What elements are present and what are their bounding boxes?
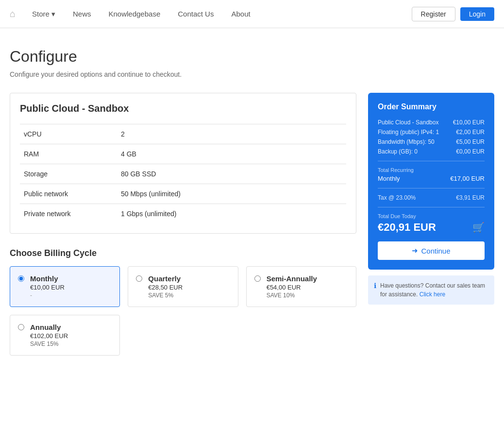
main-content: Configure Configure your desired options… <box>0 28 504 375</box>
right-column: Order Summary Public Cloud - Sandbox€10,… <box>368 93 494 305</box>
billing-cycle-name: Annually <box>30 323 68 331</box>
billing-dash: - <box>30 292 65 299</box>
home-icon[interactable]: ⌂ <box>10 8 16 19</box>
spec-value: 50 Mbps (unlimited) <box>117 184 346 204</box>
summary-divider-3 <box>378 207 485 207</box>
spec-label: Public network <box>20 184 117 204</box>
tax-label: Tax @ 23.00% <box>378 194 416 201</box>
billing-cycle-section: Choose Billing Cycle Monthly €10,00 EUR … <box>10 248 356 356</box>
billing-option-content: Monthly €10,00 EUR - <box>30 274 65 299</box>
summary-line-bandwidth: Bandwidth (Mbps): 50€5,00 EUR <box>378 138 485 145</box>
tax-value: €3,91 EUR <box>456 194 485 201</box>
billing-cycle-price: €54,00 EUR <box>267 284 317 291</box>
billing-cycle-name: Semi-Annually <box>267 274 317 283</box>
dropdown-chevron-icon: ▾ <box>51 10 55 18</box>
spec-label: RAM <box>20 144 117 164</box>
billing-option-content: Semi-Annually €54,00 EUR SAVE 10% <box>267 274 317 299</box>
order-summary: Order Summary Public Cloud - Sandbox€10,… <box>368 93 494 270</box>
summary-line-label: Public Cloud - Sandbox <box>378 119 438 126</box>
summary-line-backup: Backup (GB): 0€0,00 EUR <box>378 148 485 155</box>
nav-link-contact-us[interactable]: Contact Us <box>169 0 222 28</box>
summary-line-value: €0,00 EUR <box>456 148 485 155</box>
billing-section-title: Choose Billing Cycle <box>10 248 356 258</box>
contact-click-here-link[interactable]: Click here <box>420 291 445 298</box>
summary-line-label: Backup (GB): 0 <box>378 148 418 155</box>
billing-save: SAVE 15% <box>30 341 68 347</box>
billing-cycle-name: Monthly <box>30 274 65 283</box>
register-button[interactable]: Register <box>412 7 455 21</box>
login-button[interactable]: Login <box>460 7 494 21</box>
total-recurring-label: Total Recurring <box>378 167 485 173</box>
summary-divider-2 <box>378 188 485 188</box>
contact-info-text: Have questions? Contact our sales team f… <box>380 281 488 299</box>
navbar: ⌂ Store ▾ News Knowledgebase Contact Us … <box>0 0 504 28</box>
spec-value: 1 Gbps (unlimited) <box>117 204 346 224</box>
spec-row-private-network: Private network1 Gbps (unlimited) <box>20 204 346 224</box>
spec-row-vcpu: vCPU2 <box>20 124 346 144</box>
billing-option-content: Quarterly €28,50 EUR SAVE 5% <box>148 274 183 299</box>
summary-line-label: Bandwidth (Mbps): 50 <box>378 138 435 145</box>
total-due-row: €20,91 EUR 🛒 <box>378 221 485 234</box>
page-subtitle: Configure your desired options and conti… <box>10 70 494 78</box>
spec-row-public-network: Public network50 Mbps (unlimited) <box>20 184 346 204</box>
nav-actions: Register Login <box>412 7 494 21</box>
product-card: Public Cloud - Sandbox vCPU2RAM4 GBStora… <box>10 93 356 234</box>
spec-row-ram: RAM4 GB <box>20 144 346 164</box>
summary-line-value: €10,00 EUR <box>453 119 485 126</box>
billing-radio-monthly[interactable] <box>18 275 24 282</box>
billing-option-annually[interactable]: Annually €102,00 EUR SAVE 15% <box>10 315 120 356</box>
content-layout: Public Cloud - Sandbox vCPU2RAM4 GBStora… <box>10 93 494 356</box>
spec-value: 80 GB SSD <box>117 164 346 184</box>
billing-option-quarterly[interactable]: Quarterly €28,50 EUR SAVE 5% <box>128 266 238 307</box>
spec-label: Storage <box>20 164 117 184</box>
nav-link-knowledgebase[interactable]: Knowledgebase <box>100 0 169 28</box>
billing-options-grid: Monthly €10,00 EUR - Quarterly €28,50 EU… <box>10 266 356 307</box>
monthly-value: €17,00 EUR <box>450 175 485 182</box>
tax-row: Tax @ 23.00% €3,91 EUR <box>378 194 485 201</box>
left-column: Public Cloud - Sandbox vCPU2RAM4 GBStora… <box>10 93 356 356</box>
billing-option-monthly[interactable]: Monthly €10,00 EUR - <box>10 266 120 307</box>
billing-cycle-name: Quarterly <box>148 274 183 283</box>
nav-link-store[interactable]: Store ▾ <box>23 0 64 28</box>
billing-option-content: Annually €102,00 EUR SAVE 15% <box>30 323 68 347</box>
monthly-label: Monthly <box>378 175 400 182</box>
order-summary-title: Order Summary <box>378 102 485 111</box>
product-specs-table: vCPU2RAM4 GBStorage80 GB SSDPublic netwo… <box>20 124 346 223</box>
arrow-right-icon: ➜ <box>412 246 418 255</box>
spec-value: 2 <box>117 124 346 144</box>
total-due-label: Total Due Today <box>378 213 485 219</box>
summary-line-public-cloud-sandbox: Public Cloud - Sandbox€10,00 EUR <box>378 119 485 126</box>
nav-link-news[interactable]: News <box>64 0 100 28</box>
spec-label: vCPU <box>20 124 117 144</box>
billing-options-grid-bottom: Annually €102,00 EUR SAVE 15% <box>10 315 356 356</box>
spec-value: 4 GB <box>117 144 346 164</box>
spec-row-storage: Storage80 GB SSD <box>20 164 346 184</box>
nav-link-about[interactable]: About <box>222 0 259 28</box>
summary-line-value: €2,00 EUR <box>456 129 485 136</box>
continue-button[interactable]: ➜ Continue <box>378 241 485 260</box>
shopping-cart-icon: 🛒 <box>472 222 485 233</box>
page-title: Configure <box>10 48 494 66</box>
summary-line-value: €5,00 EUR <box>456 138 485 145</box>
contact-info-box: ℹ Have questions? Contact our sales team… <box>368 275 494 305</box>
monthly-row: Monthly €17,00 EUR <box>378 175 485 182</box>
billing-radio-quarterly[interactable] <box>136 275 142 282</box>
info-icon: ℹ <box>374 282 376 290</box>
billing-save: SAVE 10% <box>267 292 317 299</box>
nav-links: Store ▾ News Knowledgebase Contact Us Ab… <box>23 0 412 28</box>
total-due-amount: €20,91 EUR <box>378 221 436 234</box>
billing-radio-semi-annually[interactable] <box>254 275 261 282</box>
billing-cycle-price: €10,00 EUR <box>30 284 65 291</box>
billing-cycle-price: €28,50 EUR <box>148 284 183 291</box>
billing-radio-annually[interactable] <box>18 324 24 330</box>
spec-label: Private network <box>20 204 117 224</box>
billing-cycle-price: €102,00 EUR <box>30 332 68 340</box>
summary-divider <box>378 161 485 161</box>
summary-line-floating-ipv4: Floating (public) IPv4: 1€2,00 EUR <box>378 129 485 136</box>
billing-option-semi-annually[interactable]: Semi-Annually €54,00 EUR SAVE 10% <box>246 266 356 307</box>
summary-line-label: Floating (public) IPv4: 1 <box>378 129 439 136</box>
billing-save: SAVE 5% <box>148 292 183 299</box>
product-name: Public Cloud - Sandbox <box>20 103 346 114</box>
